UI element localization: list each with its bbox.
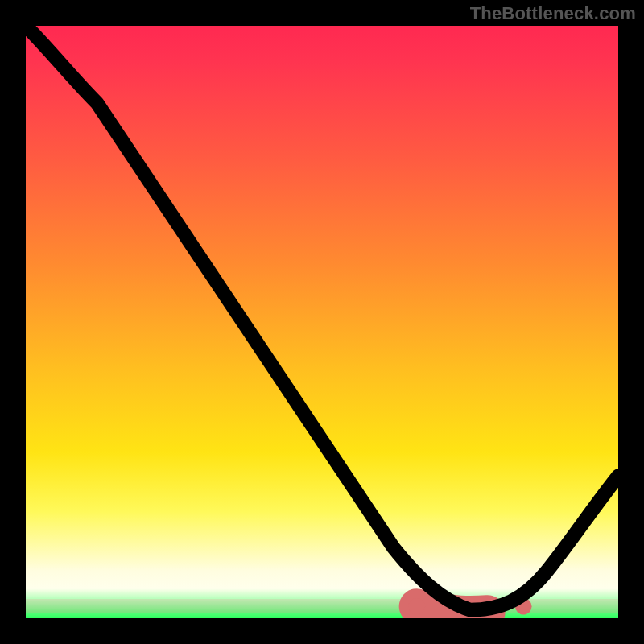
- plot-area: [26, 26, 618, 618]
- watermark-label: TheBottleneck.com: [470, 3, 636, 24]
- chart-canvas: TheBottleneck.com: [0, 0, 644, 644]
- curve-layer: [26, 26, 618, 618]
- bottleneck-curve: [26, 26, 618, 610]
- optimal-range-start-dot: [408, 598, 425, 615]
